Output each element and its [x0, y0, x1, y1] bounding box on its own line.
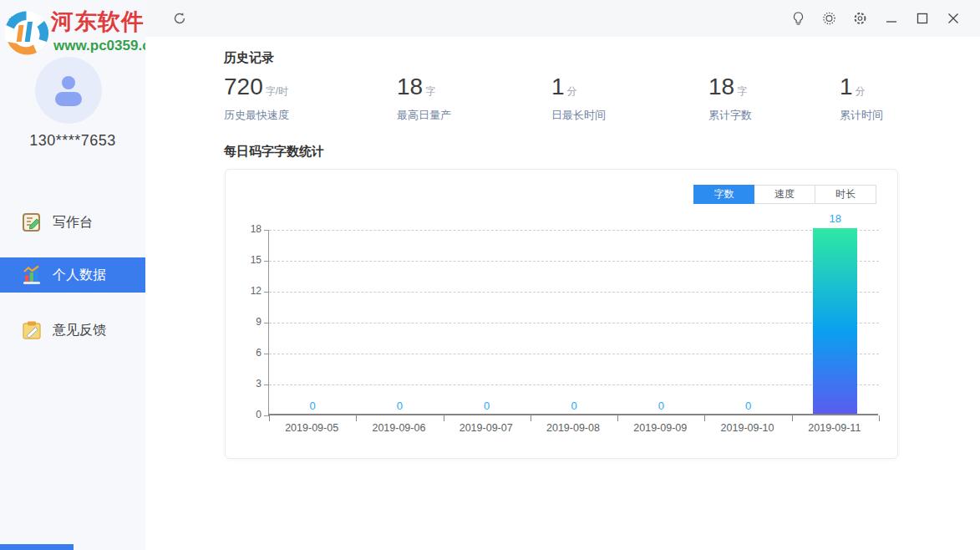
stat-unit: 字/时: [266, 85, 288, 97]
sidebar-item-label: 写作台: [53, 214, 93, 232]
tab-speed[interactable]: 速度: [754, 185, 815, 204]
stat-unit: 字: [737, 85, 747, 97]
chart-card: 字数 速度 时长 0369121518 00000018 2019-09-052…: [225, 169, 898, 459]
tab-duration[interactable]: 时长: [815, 185, 876, 204]
main-content: 历史记录 720字/时 历史最快速度 18字 最高日量产 1分 日最长时间 18…: [145, 37, 980, 550]
chart-section-title: 每日码字字数统计: [224, 144, 324, 160]
stat-label: 最高日量产: [397, 108, 451, 123]
sidebar-item-label: 个人数据: [53, 267, 106, 284]
theme-brightness-icon[interactable]: [822, 12, 836, 26]
stat-unit: 字: [425, 85, 435, 97]
stat-label: 历史最快速度: [224, 108, 289, 123]
stat-label: 累计时间: [840, 108, 883, 123]
maximize-button[interactable]: [915, 12, 929, 26]
stat-value: 1: [840, 74, 853, 99]
avatar: [35, 57, 102, 124]
bottom-accent-bar: [0, 544, 74, 550]
stat-unit: 分: [856, 85, 866, 97]
stat-label: 累计字数: [708, 108, 752, 123]
sidebar: 130****7653 写作台 个人数据: [0, 0, 145, 550]
settings-gear-icon[interactable]: [853, 12, 867, 26]
stat-unit: 分: [567, 85, 577, 97]
refresh-button[interactable]: [172, 11, 187, 26]
site-url: www.pc0359.cn: [53, 38, 159, 54]
stat-longest-daily-time: 1分 日最长时间: [551, 74, 606, 123]
close-button[interactable]: [946, 12, 960, 26]
sidebar-item-label: 意见反馈: [53, 322, 106, 339]
x-axis-labels: 2019-09-052019-09-062019-09-072019-09-08…: [268, 422, 878, 437]
chart-tab-group: 字数 速度 时长: [693, 185, 876, 204]
history-section-title: 历史记录: [224, 50, 274, 66]
site-logo-icon: [3, 10, 49, 56]
stat-value: 18: [708, 74, 734, 99]
sidebar-item-personal-data[interactable]: 个人数据: [0, 257, 145, 293]
stat-total-time: 1分 累计时间: [840, 74, 883, 123]
stat-value: 18: [397, 74, 423, 99]
window-controls: [791, 0, 960, 37]
writing-desk-icon: [21, 211, 43, 233]
sidebar-item-writing-desk[interactable]: 写作台: [0, 205, 145, 240]
sidebar-item-feedback[interactable]: 意见反馈: [0, 313, 145, 348]
stat-fastest-speed: 720字/时 历史最快速度: [224, 74, 289, 123]
stat-max-daily-output: 18字 最高日量产: [397, 74, 451, 123]
user-phone-number: 130****7653: [0, 132, 145, 150]
tab-word-count[interactable]: 字数: [693, 185, 754, 204]
minimize-button[interactable]: [884, 12, 898, 26]
tips-bulb-icon[interactable]: [791, 12, 805, 26]
stat-label: 日最长时间: [551, 108, 606, 123]
plot-area: 00000018: [268, 230, 878, 415]
user-icon: [50, 72, 87, 109]
personal-data-icon: [21, 264, 43, 286]
stat-total-words: 18字 累计字数: [708, 74, 752, 123]
stat-value: 720: [224, 74, 263, 99]
bar-2019-09-11: [813, 228, 857, 414]
stat-value: 1: [551, 74, 565, 99]
feedback-icon: [21, 319, 43, 341]
